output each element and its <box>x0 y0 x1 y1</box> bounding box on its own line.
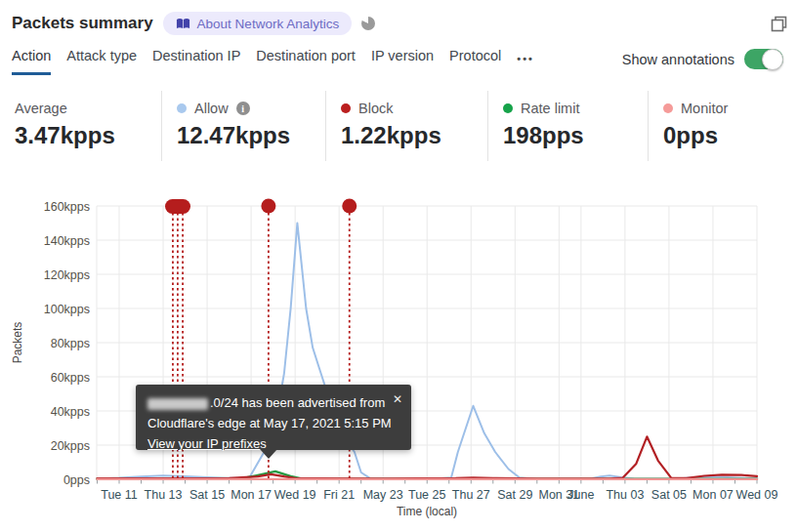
tooltip-close-icon[interactable]: ✕ <box>393 389 402 410</box>
tooltip-line1: .0/24 has been advertised from <box>147 392 399 413</box>
x-axis-title: Time (local) <box>397 505 457 518</box>
x-tick-label: May 23 <box>363 488 403 502</box>
y-tick-label: 120kpps <box>44 268 90 282</box>
x-tick-label: Mon 07 <box>692 488 734 502</box>
y-axis-title: Packets <box>11 322 24 364</box>
x-tick-label: Wed 19 <box>274 488 316 502</box>
y-tick-label: 160kpps <box>44 200 90 214</box>
x-tick-label: Thu 13 <box>145 488 183 502</box>
y-tick-label: 140kpps <box>44 234 90 248</box>
tooltip-line2: Cloudflare's edge at May 17, 2021 5:15 P… <box>147 413 399 433</box>
packets-summary-panel: Packets summary About Network Analytics … <box>0 0 797 532</box>
x-tick-label: June <box>567 488 594 502</box>
x-tick-label: Sat 29 <box>497 488 532 502</box>
y-tick-label: 100kpps <box>44 303 90 316</box>
view-ip-prefixes-link[interactable]: View your IP prefixes <box>147 436 267 451</box>
x-tick-label: Wed 09 <box>736 488 778 502</box>
annotation-marker-cluster <box>165 199 190 214</box>
y-tick-label: 60kpps <box>51 371 90 385</box>
y-tick-label: 40kpps <box>51 405 90 419</box>
tooltip-arrow <box>260 449 277 459</box>
x-tick-label: Tue 11 <box>101 488 138 502</box>
annotation-tooltip: ✕ .0/24 has been advertised from Cloudfl… <box>136 385 411 450</box>
y-tick-label: 20kpps <box>51 439 90 453</box>
y-tick-label: 0pps <box>63 473 90 487</box>
x-tick-label: Thu 03 <box>606 488 644 502</box>
y-tick-label: 80kpps <box>51 337 90 350</box>
x-tick-label: Sat 15 <box>189 488 225 502</box>
x-tick-label: Fri 21 <box>323 488 355 502</box>
redacted-ip-prefix <box>147 398 208 410</box>
x-tick-label: Sat 05 <box>651 488 687 502</box>
annotation-marker-dot <box>342 199 357 214</box>
x-tick-label: Thu 27 <box>452 488 490 502</box>
annotation-marker-dot <box>261 199 275 214</box>
x-tick-label: Tue 25 <box>408 488 446 502</box>
x-tick-label: Mon 17 <box>231 488 272 502</box>
